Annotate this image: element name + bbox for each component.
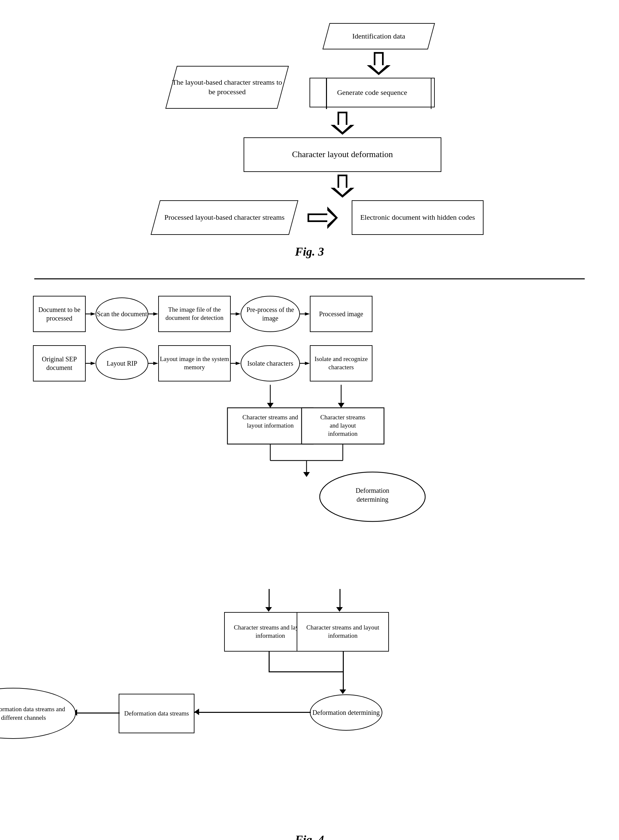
doc-to-process-shape: Document to be processed <box>33 296 86 332</box>
isolate-chars-shape: Isolate characters <box>241 345 300 382</box>
arrow-isolate-down-head <box>267 403 274 408</box>
processed-streams-label: Processed layout-based character streams <box>164 213 285 222</box>
layout-rip-shape: Layout RIP <box>96 347 148 380</box>
gen-code-inner: Generate code sequence <box>310 78 435 107</box>
processed-streams-shape: Processed layout-based character streams <box>155 200 294 235</box>
line-deform-det-left <box>194 712 311 713</box>
layout-rip-label: Layout RIP <box>107 359 138 368</box>
isolate-chars-label: Isolate characters <box>247 359 293 368</box>
original-sep-shape: Original SEP document <box>33 345 86 382</box>
char-layout-label: Character layout deformation <box>292 149 393 160</box>
line-down-isolate <box>269 589 270 609</box>
layout-image-shape: Layout image in the system memory <box>158 345 231 382</box>
fig4-row2: Original SEP document Layout RIP Layout … <box>33 345 586 382</box>
char-streams1-text1: Character streams and <box>242 414 298 421</box>
arrow2 <box>148 311 158 316</box>
arrow4 <box>300 311 310 316</box>
doc-to-process-label: Document to be processed <box>34 305 85 322</box>
svg-marker-1 <box>91 312 96 316</box>
svg-marker-9 <box>91 362 96 365</box>
fig3-diagram: The layout-based character streams to be… <box>20 23 599 265</box>
fig4-label: Fig. 4 <box>295 833 324 840</box>
deform-det-label: Deformation determining <box>312 708 380 717</box>
arrow3 <box>231 311 241 316</box>
line-down-to-deform <box>343 671 344 691</box>
fig4-row1: Document to be processed Scan the docume… <box>33 296 586 332</box>
arrow7 <box>231 361 241 366</box>
line-deform-data-left <box>73 713 120 713</box>
fig4-lower-positioned: Character streams and layout information… <box>33 589 619 819</box>
arrow-left-deform-head <box>194 709 199 715</box>
original-sep-label: Original SEP document <box>34 355 85 372</box>
processed-image-shape: Processed image <box>310 296 372 332</box>
arrow-down-isolate-head <box>265 607 272 612</box>
arrow-char-to-processed <box>330 175 354 198</box>
svg-marker-11 <box>153 362 158 365</box>
id-data-shape: Identification data <box>326 23 431 49</box>
svg-marker-7 <box>305 312 310 316</box>
fig3-bottom-row: Processed layout-based character streams… <box>30 200 609 235</box>
isolate-recognize-label: Isolate and recognize characters <box>311 355 372 371</box>
line-horizontal-connector <box>269 671 344 672</box>
line-box2-down <box>343 652 344 671</box>
line-down-isolate-rec <box>339 589 341 609</box>
preprocess-shape: Pre-process of the image <box>241 296 300 332</box>
decode-label: Decode the deformation data streams and … <box>0 705 75 722</box>
deform-data-label: Deformation data streams <box>124 710 189 718</box>
arrow-to-deform-det-head <box>339 689 346 694</box>
image-file-shape: The image file of the document for detec… <box>158 296 231 332</box>
section-divider <box>34 278 585 279</box>
elec-doc-label: Electronic document with hidden codes <box>360 212 475 223</box>
fig3-label: Fig. 3 <box>295 245 324 258</box>
gen-code-label: Generate code sequence <box>337 88 407 97</box>
deform-det-text2: determining <box>357 496 389 503</box>
scan-doc-label: Scan the document <box>97 310 147 318</box>
gen-code-shape: Generate code sequence <box>310 78 448 109</box>
processed-image-label: Processed image <box>319 310 363 318</box>
arrow-id-to-gen <box>367 52 390 75</box>
fig4-lower: Character streams and layout information… <box>33 385 586 819</box>
layout-image-label: Layout image in the system memory <box>159 355 230 371</box>
arrow1 <box>86 311 96 316</box>
arrow-gen-to-char <box>330 112 354 135</box>
scan-doc-shape: Scan the document <box>96 297 148 330</box>
line-box1-down <box>269 652 270 671</box>
deform-data-shape: Deformation data streams <box>119 694 194 733</box>
svg-marker-13 <box>236 362 241 365</box>
decode-shape: Decode the deformation data streams and … <box>0 688 76 739</box>
arrow-down-isolate-rec-head <box>336 607 343 612</box>
layout-streams-label: The layout-based character streams to be… <box>171 78 283 97</box>
char-streams1-text2: layout information <box>247 422 294 429</box>
arrow5 <box>86 361 96 366</box>
isolate-recognize-shape: Isolate and recognize characters <box>310 345 372 382</box>
char-layout-shape: Character layout deformation <box>244 137 441 172</box>
char-streams2-text2: and layout <box>330 422 356 429</box>
svg-marker-15 <box>305 362 310 365</box>
arrow-to-deform-det-head <box>303 472 310 477</box>
char-streams2-shape: Character streams and layout information <box>297 612 389 652</box>
layout-streams-shape: The layout-based character streams to be… <box>171 66 283 109</box>
elec-doc-shape: Electronic document with hidden codes <box>352 200 483 235</box>
arrow6 <box>148 361 158 366</box>
svg-marker-5 <box>236 312 241 316</box>
arrow-processed-to-elec <box>308 207 338 229</box>
fig4-connectors-svg: Character streams and layout information… <box>33 385 619 589</box>
fig4-diagram: Document to be processed Scan the docume… <box>20 286 599 840</box>
image-file-label: The image file of the document for detec… <box>159 306 230 322</box>
deform-det-text1: Deformation <box>356 487 389 494</box>
svg-marker-3 <box>153 312 158 316</box>
char-streams2-text3: information <box>328 430 357 437</box>
arrow8 <box>300 361 310 366</box>
deform-det-shape: Deformation determining <box>310 694 382 731</box>
id-data-label: Identification data <box>352 31 405 41</box>
preprocess-label: Pre-process of the image <box>241 305 299 322</box>
page: The layout-based character streams to be… <box>0 0 619 840</box>
char-streams2-label: Character streams and layout information <box>297 624 388 640</box>
arrow-isolate-rec-down-head <box>338 403 344 408</box>
char-streams2-text1: Character streams <box>320 414 366 421</box>
